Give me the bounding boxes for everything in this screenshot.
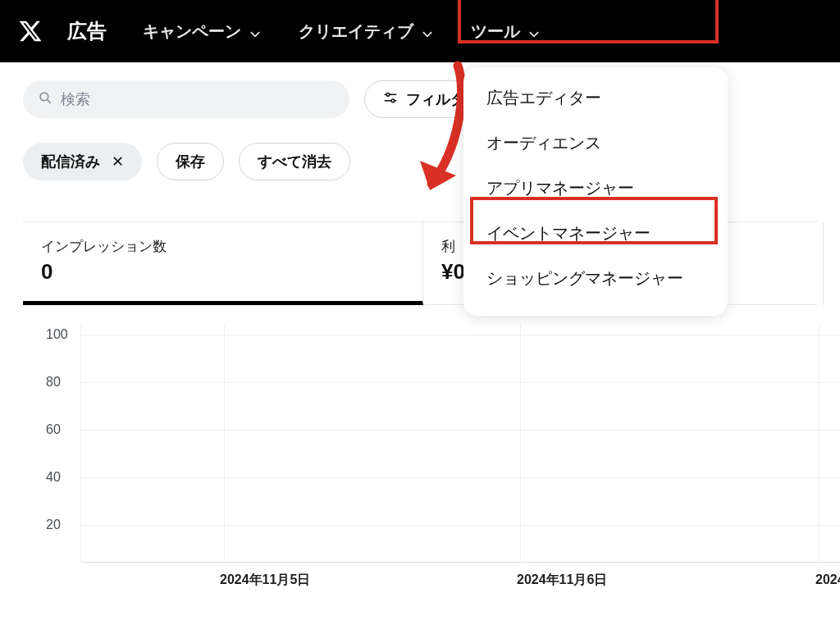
chip-clear-all-label: すべて消去: [258, 152, 331, 171]
nav-campaign[interactable]: キャンペーン: [141, 16, 262, 48]
dd-item-app-manager[interactable]: アプリマネージャー: [463, 166, 728, 211]
gridline-v: [819, 325, 819, 563]
nav-creative-label: クリエイティブ: [299, 21, 413, 43]
y-tick-label: 100: [46, 327, 68, 342]
top-nav: 広告 キャンペーン クリエイティブ ツール: [0, 0, 840, 62]
chip-clear-all[interactable]: すべて消去: [239, 143, 350, 180]
chip-delivered[interactable]: 配信済み ✕: [23, 143, 142, 180]
nav-tools[interactable]: ツール: [469, 16, 541, 48]
content-area: フィルタ 配信済み ✕ 保存 すべて消去 広告エディター オーディエンス アプリ…: [0, 62, 840, 587]
x-tick-label: 2024年11: [815, 572, 840, 589]
nav-tools-label: ツール: [471, 21, 520, 43]
gridline-v: [224, 325, 225, 563]
dd-item-audience[interactable]: オーディエンス: [463, 121, 728, 166]
dd-item-event-manager[interactable]: イベントマネージャー: [463, 211, 728, 256]
y-tick-label: 60: [46, 422, 61, 437]
nav-creative[interactable]: クリエイティブ: [297, 16, 435, 48]
search-input[interactable]: [61, 91, 335, 108]
search-icon: [38, 90, 52, 108]
gridline-v: [80, 325, 81, 563]
x-logo-icon: [18, 19, 43, 43]
chevron-down-icon: [422, 25, 433, 37]
y-tick-label: 80: [46, 375, 61, 390]
chip-save[interactable]: 保存: [157, 143, 224, 180]
chip-delivered-label: 配信済み: [41, 152, 100, 171]
chart: 100 80 60 40 20 2024年11月5日 2024年11月6日 20…: [44, 325, 840, 587]
chip-save-label: 保存: [176, 152, 205, 171]
close-icon[interactable]: ✕: [112, 153, 124, 171]
y-tick-label: 40: [46, 470, 61, 485]
svg-point-0: [40, 93, 48, 101]
chart-plot: [80, 325, 840, 563]
chevron-down-icon: [528, 25, 540, 37]
dd-item-ad-editor[interactable]: 広告エディター: [463, 75, 728, 121]
filter-icon: [383, 90, 398, 109]
tab-impressions[interactable]: インプレッション数 0: [23, 222, 423, 305]
svg-point-4: [386, 93, 390, 96]
dd-item-shopping-manager[interactable]: ショッピングマネージャー: [463, 256, 728, 301]
search-box[interactable]: [23, 80, 349, 118]
x-tick-label: 2024年11月5日: [220, 572, 310, 589]
tab-impressions-value: 0: [41, 259, 404, 285]
tab-extra[interactable]: [824, 222, 840, 304]
gridline-v: [520, 325, 521, 563]
nav-title: 広告: [67, 18, 107, 44]
nav-campaign-label: キャンペーン: [143, 21, 241, 43]
x-tick-label: 2024年11月6日: [517, 572, 607, 589]
tools-dropdown: 広告エディター オーディエンス アプリマネージャー イベントマネージャー ショッ…: [463, 67, 728, 316]
svg-line-1: [48, 100, 51, 103]
tab-impressions-label: インプレッション数: [41, 237, 404, 256]
chart-area: 100 80 60 40 20 2024年11月5日 2024年11月6日 20…: [23, 325, 817, 587]
svg-point-5: [391, 98, 395, 102]
chevron-down-icon: [249, 25, 261, 37]
filter-label: フィルタ: [406, 89, 465, 109]
y-tick-label: 20: [46, 518, 61, 532]
